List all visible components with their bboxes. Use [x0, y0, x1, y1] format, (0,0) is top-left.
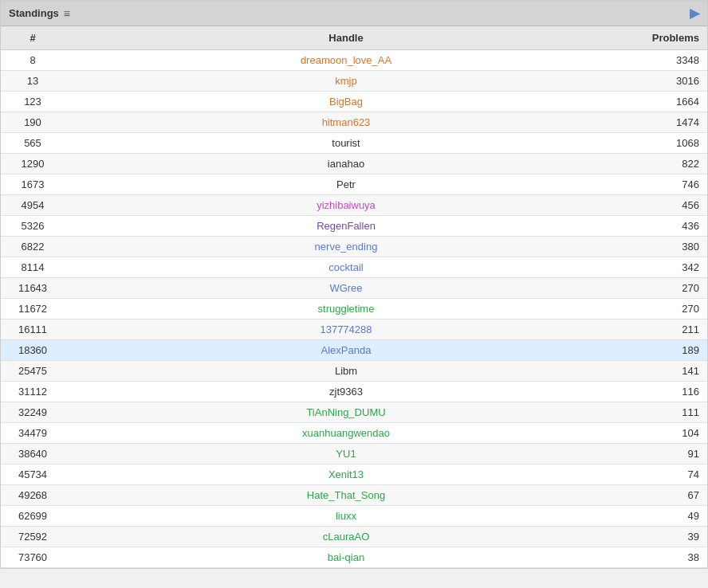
table-row: 11672struggletime270: [1, 299, 707, 319]
handle-link[interactable]: xuanhuangwendao: [302, 427, 390, 439]
rank-cell: 190: [1, 112, 65, 133]
table-header: # Handle Problems: [1, 26, 707, 50]
handle-cell[interactable]: AlexPanda: [65, 340, 627, 361]
problems-cell: 74: [627, 465, 707, 485]
handle-link[interactable]: bai-qian: [328, 551, 364, 563]
rank-cell: 18360: [1, 340, 65, 361]
handle-cell[interactable]: xuanhuangwendao: [65, 423, 627, 444]
rank-cell: 11643: [1, 278, 65, 299]
expand-arrow-icon[interactable]: ▶: [690, 6, 699, 21]
rank-cell: 8: [1, 50, 65, 71]
handle-cell[interactable]: cLauraAO: [65, 527, 627, 547]
table-row: 49268Hate_That_Song67: [1, 485, 707, 506]
handle-cell[interactable]: tourist: [65, 133, 627, 154]
list-icon: ≡: [64, 7, 70, 20]
handle-cell[interactable]: nerve_ending: [65, 237, 627, 257]
handle-cell[interactable]: RegenFallen: [65, 216, 627, 237]
handle-cell[interactable]: Libm: [65, 361, 627, 382]
table-row: 25475Libm141: [1, 361, 707, 382]
problems-cell: 342: [627, 257, 707, 278]
handle-link[interactable]: Petr: [336, 178, 356, 190]
handle-link[interactable]: ianahao: [328, 158, 364, 170]
handle-link[interactable]: BigBag: [329, 96, 363, 108]
handle-cell[interactable]: TiAnNing_DUMU: [65, 402, 627, 423]
handle-link[interactable]: nerve_ending: [315, 241, 378, 253]
header-bar: Standings ≡ ▶: [1, 1, 707, 26]
problems-cell: 141: [627, 361, 707, 382]
problems-cell: 1664: [627, 92, 707, 112]
rank-cell: 11672: [1, 299, 65, 319]
handle-cell[interactable]: ianahao: [65, 154, 627, 174]
handle-cell[interactable]: zjt9363: [65, 382, 627, 402]
handle-link[interactable]: Xenit13: [328, 468, 364, 480]
handle-cell[interactable]: liuxx: [65, 506, 627, 527]
problems-cell: 1474: [627, 112, 707, 133]
handle-link[interactable]: Hate_That_Song: [307, 489, 385, 501]
problems-cell: 211: [627, 319, 707, 340]
handle-link[interactable]: YU1: [336, 448, 356, 460]
table-row: 1673Petr746: [1, 174, 707, 195]
handle-cell[interactable]: cocktail: [65, 257, 627, 278]
handle-link[interactable]: 137774288: [320, 323, 372, 335]
handle-link[interactable]: kmjp: [335, 75, 356, 87]
handle-cell[interactable]: YU1: [65, 444, 627, 465]
handle-link[interactable]: AlexPanda: [321, 344, 372, 356]
handle-cell[interactable]: struggletime: [65, 299, 627, 319]
handle-link[interactable]: RegenFallen: [317, 220, 376, 232]
rank-cell: 73760: [1, 547, 65, 568]
handle-link[interactable]: cLauraAO: [323, 531, 370, 543]
problems-cell: 3348: [627, 50, 707, 71]
rank-cell: 8114: [1, 257, 65, 278]
problems-cell: 436: [627, 216, 707, 237]
handle-cell[interactable]: BigBag: [65, 92, 627, 112]
table-row: 16111137774288211: [1, 319, 707, 340]
handle-link[interactable]: WGree: [329, 282, 362, 294]
handle-cell[interactable]: Hate_That_Song: [65, 485, 627, 506]
rank-cell: 31112: [1, 382, 65, 402]
table-row: 123BigBag1664: [1, 92, 707, 112]
table-row: 190hitman6231474: [1, 112, 707, 133]
rank-cell: 72592: [1, 527, 65, 547]
rank-column-header: #: [1, 26, 65, 50]
handle-link[interactable]: Libm: [335, 365, 357, 377]
handle-cell[interactable]: bai-qian: [65, 547, 627, 568]
rank-cell: 34479: [1, 423, 65, 444]
table-row: 72592cLauraAO39: [1, 527, 707, 547]
table-row: 8dreamoon_love_AA3348: [1, 50, 707, 71]
table-row: 45734Xenit1374: [1, 465, 707, 485]
handle-link[interactable]: struggletime: [318, 303, 375, 315]
handle-cell[interactable]: dreamoon_love_AA: [65, 50, 627, 71]
problems-cell: 116: [627, 382, 707, 402]
problems-cell: 39: [627, 527, 707, 547]
handle-link[interactable]: tourist: [332, 137, 360, 149]
handle-cell[interactable]: Petr: [65, 174, 627, 195]
handle-link[interactable]: liuxx: [336, 510, 356, 522]
table-row: 11643WGree270: [1, 278, 707, 299]
handle-link[interactable]: dreamoon_love_AA: [301, 54, 391, 66]
table-row: 13kmjp3016: [1, 71, 707, 92]
rank-cell: 5326: [1, 216, 65, 237]
problems-cell: 822: [627, 154, 707, 174]
rank-cell: 13: [1, 71, 65, 92]
handle-link[interactable]: yizhibaiwuya: [317, 199, 376, 211]
rank-cell: 16111: [1, 319, 65, 340]
standings-label: Standings: [9, 7, 59, 19]
handle-link[interactable]: zjt9363: [329, 386, 363, 398]
problems-cell: 38: [627, 547, 707, 568]
handle-link[interactable]: TiAnNing_DUMU: [306, 406, 385, 418]
handle-cell[interactable]: kmjp: [65, 71, 627, 92]
problems-cell: 270: [627, 278, 707, 299]
handle-cell[interactable]: yizhibaiwuya: [65, 195, 627, 216]
table-row: 565tourist1068: [1, 133, 707, 154]
table-row: 4954yizhibaiwuya456: [1, 195, 707, 216]
handle-cell[interactable]: 137774288: [65, 319, 627, 340]
problems-cell: 104: [627, 423, 707, 444]
problems-cell: 3016: [627, 71, 707, 92]
handle-cell[interactable]: Xenit13: [65, 465, 627, 485]
handle-link[interactable]: cocktail: [328, 261, 363, 273]
rank-cell: 565: [1, 133, 65, 154]
handle-cell[interactable]: hitman623: [65, 112, 627, 133]
handle-link[interactable]: hitman623: [322, 116, 371, 128]
table-row: 6822nerve_ending380: [1, 237, 707, 257]
handle-cell[interactable]: WGree: [65, 278, 627, 299]
